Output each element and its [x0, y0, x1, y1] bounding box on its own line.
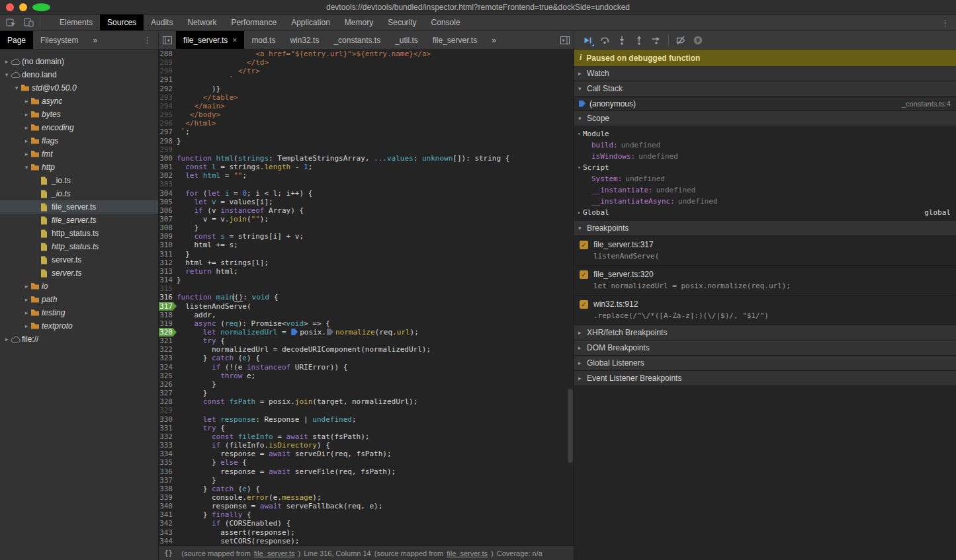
code-line[interactable]: 334 response = await serveDir(req, fsPat…: [159, 450, 574, 458]
editor-tab-file-server-ts[interactable]: file_server.ts: [425, 31, 484, 49]
editor-scrollbar-thumb[interactable]: [568, 389, 573, 463]
line-number[interactable]: 330: [159, 415, 177, 424]
line-number[interactable]: 329: [159, 406, 177, 415]
code-line[interactable]: 305 let v = values[i];: [159, 198, 574, 206]
code-line[interactable]: 296 </html>: [159, 119, 574, 128]
line-number[interactable]: 292: [159, 85, 177, 93]
code-line[interactable]: 317 listenAndServe(: [159, 302, 574, 311]
line-number[interactable]: 319: [159, 319, 177, 328]
code-line[interactable]: 295 </body>: [159, 110, 574, 119]
pause-on-exceptions-button[interactable]: [690, 33, 706, 48]
tree-item-std-v0-50-0[interactable]: ▾std@v0.50.0: [0, 81, 158, 95]
section-global-listeners[interactable]: ▸Global Listeners: [574, 356, 956, 371]
chevron-down-icon[interactable]: ▾: [3, 71, 11, 78]
tree-item-flags[interactable]: ▸flags: [0, 134, 158, 147]
line-number[interactable]: 288: [159, 50, 177, 58]
code-line[interactable]: 342 if (CORSEnabled) {: [159, 519, 574, 528]
line-number[interactable]: 304: [159, 189, 177, 198]
breakpoint-location[interactable]: file_server.ts:317: [593, 240, 654, 249]
line-number[interactable]: 299: [159, 145, 177, 154]
code-line[interactable]: 327 }: [159, 389, 574, 397]
code-line[interactable]: 333 if (fileInfo.isDirectory) {: [159, 441, 574, 450]
breakpoint-badge[interactable]: 320: [159, 328, 177, 337]
code-line[interactable]: 321 try {: [159, 337, 574, 345]
tree-item-server-ts[interactable]: server.ts: [0, 253, 158, 266]
step-out-button[interactable]: [631, 33, 647, 48]
tab-console[interactable]: Console: [424, 15, 468, 30]
editor-tab-win32-ts[interactable]: win32.ts: [282, 31, 326, 49]
scope-group-module[interactable]: ▾Module: [574, 128, 956, 140]
line-number[interactable]: 298: [159, 137, 177, 145]
code-line[interactable]: 292 )}: [159, 85, 574, 93]
code-line[interactable]: 323 } catch (e) {: [159, 354, 574, 362]
line-number[interactable]: 309: [159, 232, 177, 241]
section-watch[interactable]: ▸Watch: [574, 66, 956, 81]
section-scope[interactable]: ▾Scope: [574, 111, 956, 126]
mapped-file-link-2[interactable]: file_server.ts: [447, 549, 488, 557]
code-line[interactable]: 322 normalizedUrl = decodeURIComponent(n…: [159, 345, 574, 354]
code-line[interactable]: 311 }: [159, 250, 574, 259]
editor-more-tabs[interactable]: »: [484, 31, 503, 49]
code-line[interactable]: 330 let response: Response | undefined;: [159, 415, 574, 424]
code-line[interactable]: 318 addr,: [159, 311, 574, 319]
line-number[interactable]: 289: [159, 58, 177, 67]
code-line[interactable]: 341 } finally {: [159, 510, 574, 519]
tree-item-deno-land[interactable]: ▾deno.land: [0, 68, 158, 81]
tree-item-io-ts[interactable]: _io.ts: [0, 187, 158, 200]
line-number[interactable]: 325: [159, 372, 177, 380]
code-line[interactable]: 338 } catch (e) {: [159, 485, 574, 493]
chevron-right-icon[interactable]: ▸: [22, 296, 30, 303]
line-number[interactable]: 340: [159, 502, 177, 510]
code-line[interactable]: 320 let normalizedUrl = posix.normalize(…: [159, 328, 574, 337]
tree-item-textproto[interactable]: ▸textproto: [0, 319, 158, 333]
line-number[interactable]: 308: [159, 223, 177, 232]
line-number[interactable]: 305: [159, 198, 177, 206]
tree-item-io-ts[interactable]: _io.ts: [0, 174, 158, 187]
code-line[interactable]: 298}: [159, 137, 574, 145]
line-number[interactable]: 331: [159, 424, 177, 432]
pretty-print-icon[interactable]: {}: [164, 549, 173, 557]
line-number[interactable]: 337: [159, 476, 177, 485]
line-number[interactable]: 291: [159, 75, 177, 84]
code-line[interactable]: 293 </table>: [159, 93, 574, 102]
chevron-right-icon[interactable]: ▸: [22, 323, 30, 329]
code-line[interactable]: 324 if (!(e instanceof URIError)) {: [159, 363, 574, 372]
code-line[interactable]: 312 html += strings[l];: [159, 259, 574, 267]
code-line[interactable]: 308 }: [159, 223, 574, 232]
code-line[interactable]: 290 </tr>: [159, 67, 574, 75]
navigator-tab-page[interactable]: Page: [0, 31, 33, 49]
section-call-stack[interactable]: ▾Call Stack: [574, 81, 956, 97]
code-line[interactable]: 319 async (req): Promise<void> => {: [159, 319, 574, 328]
code-line[interactable]: 291 `: [159, 75, 574, 84]
line-number[interactable]: 339: [159, 493, 177, 502]
line-number[interactable]: 301: [159, 163, 177, 171]
chevron-right-icon[interactable]: ▸: [22, 138, 30, 144]
code-line[interactable]: 299: [159, 145, 574, 154]
code-line[interactable]: 288 <a href="${entry.url}">${entry.name}…: [159, 50, 574, 58]
code-line[interactable]: 325 throw e;: [159, 372, 574, 380]
tree-item-encoding[interactable]: ▸encoding: [0, 121, 158, 134]
tree-item-http-status-ts[interactable]: http_status.ts: [0, 227, 158, 240]
line-number[interactable]: 333: [159, 441, 177, 450]
line-number[interactable]: 311: [159, 250, 177, 259]
line-number[interactable]: 341: [159, 510, 177, 519]
scope-property[interactable]: __instantiate:undefined: [574, 184, 956, 196]
chevron-right-icon[interactable]: ▸: [3, 336, 11, 342]
code-line[interactable]: 307 v = v.join("");: [159, 215, 574, 223]
section-dom-breakpoints[interactable]: ▸DOM Breakpoints: [574, 340, 956, 356]
editor-tab-constants-ts[interactable]: _constants.ts: [326, 31, 388, 49]
code-line[interactable]: 336 response = await serveFile(req, fsPa…: [159, 467, 574, 476]
editor-tab-file-server-ts[interactable]: file_server.ts×: [176, 31, 244, 49]
line-number[interactable]: 335: [159, 458, 177, 467]
breakpoint-checkbox[interactable]: ✓: [580, 300, 588, 309]
breakpoint-badge[interactable]: 317: [159, 302, 177, 311]
line-number[interactable]: 295: [159, 110, 177, 119]
line-number[interactable]: 314: [159, 276, 177, 284]
code-line[interactable]: 337 }: [159, 476, 574, 485]
line-number[interactable]: 323: [159, 354, 177, 362]
tab-elements[interactable]: Elements: [52, 15, 100, 30]
inspect-element-icon[interactable]: [3, 15, 20, 30]
chevron-right-icon[interactable]: ▸: [22, 111, 30, 118]
scope-group-script[interactable]: ▾Script: [574, 162, 956, 173]
code-line[interactable]: 339 console.error(e.message);: [159, 493, 574, 502]
